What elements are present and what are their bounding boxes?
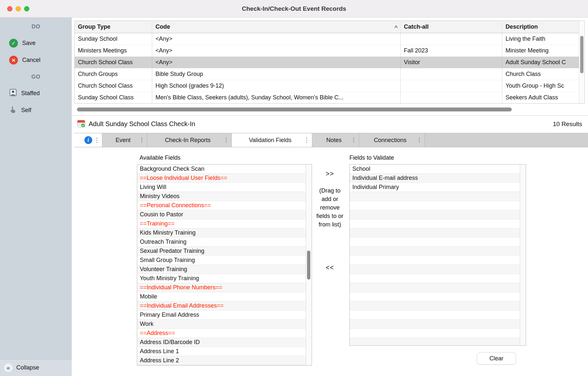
cell-catch-all [401, 33, 502, 45]
available-field-item[interactable]: Address Line 1 [137, 347, 306, 356]
tab-label: Check-In Reports [165, 137, 214, 144]
tab-event[interactable]: Event ⋮ [102, 133, 147, 147]
tab-overflow-icon[interactable]: ⋮ [351, 137, 357, 144]
cancel-x-icon: × [9, 56, 18, 65]
available-field-item[interactable]: Outreach Training [137, 238, 306, 247]
validate-field-item[interactable]: Individual E-mail address [350, 174, 520, 183]
available-field-item[interactable]: Living Will [137, 183, 306, 192]
cell-description: Church Class [502, 68, 579, 80]
staffed-person-icon [9, 89, 17, 98]
available-field-item[interactable]: Volunteer Training [137, 265, 306, 274]
sidebar-section-go: GO [0, 73, 72, 81]
cell-description: Minister Meeting [502, 45, 579, 57]
column-header-description[interactable]: Description [502, 21, 579, 33]
table-header-row: Group Type Code ^ Catch-all Description [75, 21, 579, 33]
available-field-item[interactable]: ==Personal Connections== [137, 201, 306, 210]
column-header-group-type[interactable]: Group Type [75, 21, 152, 33]
save-button[interactable]: ✓ Save [0, 35, 72, 51]
available-field-item[interactable]: Primary Email Address [137, 311, 306, 320]
tab-overflow-icon[interactable]: ⋮ [223, 137, 229, 144]
available-field-item[interactable]: ==Loose Individual User Fields== [137, 174, 306, 183]
table-row-selected[interactable]: Church School Class <Any> Visitor Adult … [75, 57, 579, 68]
table-row[interactable]: Church Groups Bible Study Group Church C… [75, 68, 579, 80]
close-window-button[interactable] [7, 6, 12, 11]
staffed-button[interactable]: Staffed [0, 85, 72, 101]
available-field-item[interactable]: Youth Ministry Training [137, 274, 306, 283]
records-table: Group Type Code ^ Catch-all Description … [74, 21, 585, 104]
info-icon: i [84, 136, 92, 144]
available-field-item[interactable]: Mobile [137, 292, 306, 301]
column-label: Description [506, 23, 538, 30]
sort-ascending-icon[interactable]: ^ [395, 24, 398, 30]
fields-to-validate-scrollbar[interactable] [520, 165, 526, 345]
tab-overflow-icon[interactable]: ⋮ [416, 137, 422, 144]
cell-description: Adult Sunday School C [502, 57, 579, 68]
clear-button[interactable]: Clear [477, 352, 516, 365]
titlebar: Check-In/Check-Out Event Records [0, 0, 588, 18]
column-header-code[interactable]: Code ^ [152, 21, 401, 33]
available-field-item[interactable]: Work [137, 320, 306, 329]
available-field-item[interactable]: ==Individual Phone Numbers== [137, 283, 306, 292]
cell-code: Bible Study Group [152, 68, 401, 80]
window-controls [7, 0, 29, 18]
cell-code: <Any> [152, 33, 401, 45]
available-field-item[interactable]: Small Group Training [137, 256, 306, 265]
cancel-label: Cancel [22, 57, 40, 64]
tab-label: Connections [374, 137, 410, 144]
collapse-chevrons-icon: « [4, 363, 13, 372]
column-header-catch-all[interactable]: Catch-all [401, 21, 502, 33]
available-field-item[interactable]: ==Address== [137, 329, 306, 338]
zoom-window-button[interactable] [24, 6, 29, 11]
remove-fields-button[interactable]: << [316, 264, 344, 271]
column-label: Code [155, 23, 170, 30]
available-field-item[interactable]: Background Check Scan [137, 165, 306, 174]
table-vertical-scrollbar-thumb[interactable] [580, 36, 583, 73]
table-row[interactable]: Ministers Meetings <Any> Fall 2023 Minis… [75, 45, 579, 57]
cell-group-type: Sunday School Class [75, 92, 152, 103]
table-vertical-scrollbar[interactable] [579, 21, 584, 103]
checkin-calendar-icon [77, 119, 85, 129]
available-fields-list: Background Check Scan ==Loose Individual… [137, 165, 306, 365]
tab-overflow-icon[interactable]: ⋮ [139, 137, 145, 144]
validate-field-item[interactable]: School [350, 165, 520, 174]
table-row[interactable]: Church School Class High School (grades … [75, 80, 579, 92]
available-field-item[interactable]: Kids Ministry Training [137, 228, 306, 238]
validate-field-item[interactable]: Individual Primary [350, 183, 520, 192]
available-field-item[interactable]: ==Individual Email Addresses== [137, 301, 306, 311]
table-row[interactable]: Sunday School <Any> Living the Faith [75, 33, 579, 45]
table-row[interactable]: Sunday School Class Men's Bible Class, S… [75, 92, 579, 103]
available-field-item[interactable]: ==Training== [137, 219, 306, 228]
table-horizontal-scrollbar-thumb[interactable] [77, 108, 512, 111]
collapse-button[interactable]: « Collapse [0, 359, 72, 376]
self-button[interactable]: Self [0, 102, 72, 118]
column-label: Catch-all [404, 23, 429, 30]
tab-overflow-icon[interactable]: ⋮ [304, 137, 310, 144]
minimize-window-button[interactable] [16, 6, 21, 11]
cancel-button[interactable]: × Cancel [0, 52, 72, 68]
column-label: Group Type [78, 23, 110, 30]
cell-code: High School (grades 9-12) [152, 80, 401, 92]
available-field-item[interactable]: Address ID/Barcode ID [137, 338, 306, 347]
tab-notes[interactable]: Notes ⋮ [312, 133, 359, 147]
cell-catch-all [401, 92, 502, 103]
fields-to-validate-listbox: School Individual E-mail address Individ… [349, 164, 526, 346]
detail-title: Adult Sunday School Class Check-In [89, 120, 195, 128]
tab-connections[interactable]: Connections ⋮ [359, 133, 425, 147]
tab-info[interactable]: i ⋮ [74, 133, 102, 147]
available-fields-scrollbar-thumb[interactable] [307, 251, 310, 280]
detail-header: Adult Sunday School Class Check-In 10 Re… [72, 115, 588, 132]
table-horizontal-scrollbar[interactable] [74, 104, 585, 113]
available-field-item[interactable]: Address Line 2 [137, 356, 306, 365]
available-field-item[interactable]: Sexual Predator Training [137, 247, 306, 256]
cell-group-type: Church School Class [75, 57, 152, 68]
tab-label: Validation Fields [249, 137, 295, 144]
tab-overflow-icon[interactable]: ⋮ [94, 137, 100, 144]
cell-code: Men's Bible Class, Seekers (adults), Sun… [152, 92, 401, 103]
tabbar-filler [425, 133, 588, 147]
add-fields-button[interactable]: >> [316, 170, 344, 178]
available-field-item[interactable]: Cousin to Pastor [137, 210, 306, 219]
available-fields-scrollbar[interactable] [306, 165, 312, 365]
available-field-item[interactable]: Ministry Videos [137, 192, 306, 201]
tab-validation-fields[interactable]: Validation Fields ⋮ [232, 133, 312, 147]
tab-check-in-reports[interactable]: Check-In Reports ⋮ [147, 133, 232, 147]
